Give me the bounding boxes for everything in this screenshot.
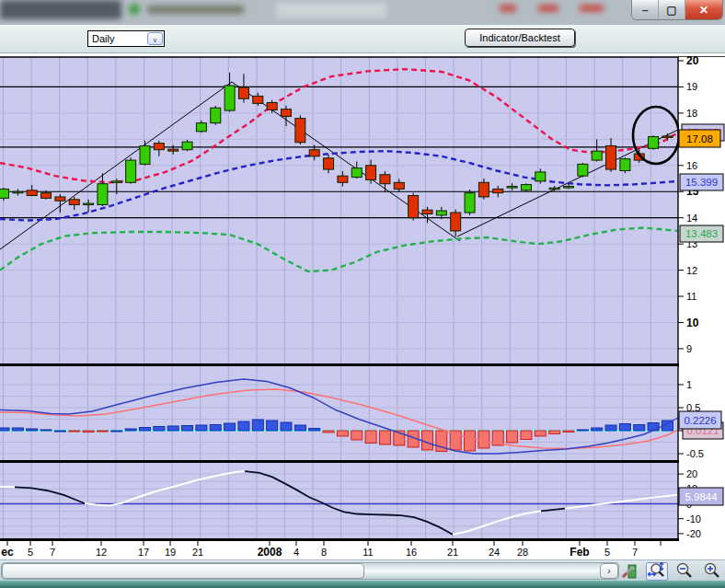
restore-button[interactable]: ▢	[659, 0, 685, 19]
chevron-down-icon[interactable]: ᵥ	[147, 32, 163, 45]
svg-text:21: 21	[192, 547, 203, 558]
svg-text:12: 12	[686, 265, 697, 276]
svg-text:1: 1	[686, 379, 692, 390]
svg-text:17.08: 17.08	[686, 133, 713, 144]
minimize-button[interactable]: –	[632, 0, 659, 19]
background-app-blur: – ▢ ✕	[0, 0, 725, 25]
svg-text:-0.5: -0.5	[686, 448, 704, 459]
blur-quote-text	[580, 5, 604, 12]
zoom-in-button[interactable]	[701, 562, 723, 581]
indicator-backtest-button[interactable]: Indicator/Backtest	[465, 29, 575, 47]
chart-svg[interactable]: 2019181716151413121110910.50-0.520100-10…	[0, 53, 725, 559]
horizontal-scrollbar[interactable]: ›	[1, 562, 619, 580]
svg-text:21: 21	[447, 547, 458, 558]
svg-text:19: 19	[686, 81, 697, 92]
svg-text:Feb: Feb	[570, 546, 589, 559]
chart-toolbar: Daily ᵥ Indicator/Backtest	[0, 25, 725, 53]
svg-text:18: 18	[686, 108, 697, 119]
trading-app-window: – ▢ ✕ Daily ᵥ Indicator/Backtest 2019181…	[0, 0, 725, 588]
svg-text:14: 14	[686, 213, 697, 224]
svg-text:5: 5	[28, 547, 33, 558]
period-select[interactable]: Daily ᵥ	[87, 30, 165, 47]
blur-quote-text	[500, 5, 516, 12]
svg-text:11: 11	[362, 547, 373, 558]
zoom-range-button[interactable]	[646, 562, 668, 581]
blur-blob	[276, 3, 386, 17]
symbol-icon	[129, 4, 140, 15]
svg-text:2008: 2008	[258, 546, 282, 559]
svg-text:5.9844: 5.9844	[685, 491, 718, 502]
zoom-out-icon	[675, 562, 694, 580]
svg-text:19: 19	[165, 547, 176, 558]
svg-text:0.2226: 0.2226	[684, 415, 716, 426]
svg-text:9: 9	[686, 343, 692, 354]
svg-text:ec: ec	[1, 546, 14, 559]
svg-text:5: 5	[604, 547, 610, 558]
svg-text:-20: -20	[686, 528, 701, 539]
close-button[interactable]: ✕	[685, 0, 722, 19]
svg-text:16: 16	[686, 160, 697, 171]
scroll-right-button[interactable]: ›	[600, 563, 618, 579]
properties-button[interactable]	[618, 562, 640, 581]
blur-quote-text	[538, 5, 558, 12]
svg-text:20: 20	[686, 468, 697, 479]
svg-text:8: 8	[321, 547, 327, 558]
status-bar	[0, 581, 725, 588]
svg-text:11: 11	[686, 291, 696, 302]
zoom-toolbar	[618, 561, 723, 581]
chart-scroll-strip: ›	[0, 559, 725, 581]
window-controls: – ▢ ✕	[631, 0, 723, 20]
svg-text:20: 20	[686, 54, 699, 67]
blur-blob	[0, 0, 121, 19]
svg-text:17: 17	[138, 547, 149, 558]
svg-text:7: 7	[632, 547, 638, 558]
svg-text:16: 16	[406, 547, 417, 558]
period-select-value: Daily	[88, 33, 147, 44]
svg-text:7: 7	[50, 547, 55, 558]
svg-text:13.483: 13.483	[685, 228, 718, 239]
scrollbar-thumb[interactable]	[2, 563, 364, 579]
zoom-range-icon	[648, 562, 666, 580]
svg-text:-10: -10	[686, 513, 701, 525]
blur-title-text	[147, 6, 244, 14]
zoom-out-button[interactable]	[673, 562, 696, 581]
properties-icon	[621, 563, 638, 580]
zoom-in-icon	[703, 562, 721, 580]
svg-text:28: 28	[517, 547, 528, 558]
svg-text:15.399: 15.399	[685, 177, 718, 188]
svg-text:4: 4	[293, 547, 299, 558]
svg-text:24: 24	[489, 547, 500, 558]
svg-text:10: 10	[686, 317, 699, 329]
svg-text:12: 12	[96, 547, 107, 558]
